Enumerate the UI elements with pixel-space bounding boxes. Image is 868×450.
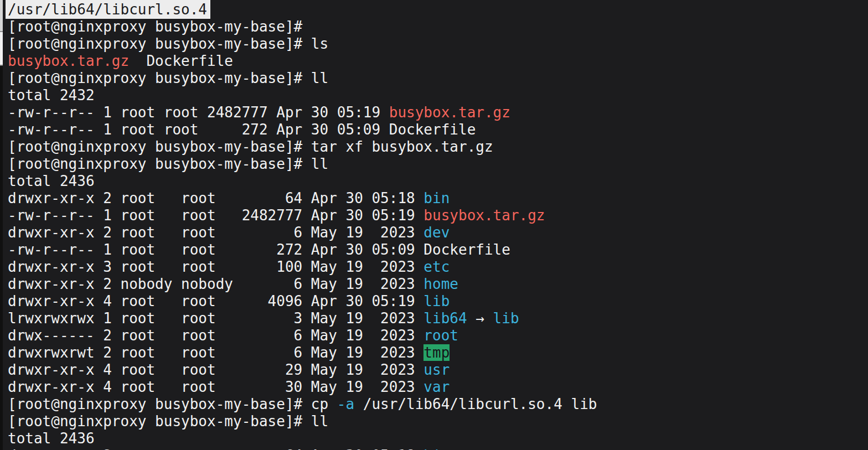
terminal-line: drwxr-xr-x 4 root root 29 May 19 2023 us…: [8, 361, 868, 379]
tmp-directory-name: tmp: [423, 344, 450, 361]
terminal-text: [root@nginxproxy busybox-my-base]# ll: [8, 70, 328, 86]
terminal-text: [root@nginxproxy busybox-my-base]# ll: [8, 156, 328, 172]
archive-filename: busybox.tar.gz: [423, 207, 545, 224]
directory-name: etc: [423, 258, 450, 275]
terminal-text: [root@nginxproxy busybox-my-base]# tar x…: [8, 138, 493, 155]
terminal-line: drwxr-xr-x 3 root root 100 May 19 2023 e…: [8, 258, 868, 276]
terminal-line: [root@nginxproxy busybox-my-base]#: [8, 18, 868, 35]
archive-filename: busybox.tar.gz: [389, 104, 510, 121]
terminal-text: -rw-r--r-- 1 root root 272 Apr 30 05:09 …: [8, 121, 476, 138]
terminal-text: total 2432: [8, 87, 95, 104]
terminal-line: drwxr-xr-x 4 root root 4096 Apr 30 05:19…: [8, 293, 868, 310]
terminal-text: drwx------ 2 root root 6 May 19 2023: [8, 327, 423, 344]
terminal-output[interactable]: /usr/lib64/libcurl.so.4[root@nginxproxy …: [3, 0, 868, 450]
terminal-line: [root@nginxproxy busybox-my-base]# ll: [8, 70, 868, 87]
directory-name: lib64: [423, 310, 467, 327]
terminal-line: [root@nginxproxy busybox-my-base]# ll: [8, 413, 868, 430]
selected-text: /usr/lib64/libcurl.so.4: [6, 0, 210, 19]
terminal-text: total 2436: [8, 430, 95, 447]
terminal-line: lrwxrwxrwx 1 root root 3 May 19 2023 lib…: [8, 310, 868, 327]
terminal-text: -rw-r--r-- 1 root root 2482777 Apr 30 05…: [8, 207, 423, 224]
terminal-text: →: [467, 310, 493, 327]
directory-name: bin: [423, 447, 450, 450]
terminal-text: drwxr-xr-x 2 root root 6 May 19 2023: [8, 224, 423, 241]
terminal-text: lrwxrwxrwx 1 root root 3 May 19 2023: [8, 310, 423, 327]
terminal-line: [root@nginxproxy busybox-my-base]# cp -a…: [8, 396, 868, 413]
sliver-segment-mid: [0, 32, 3, 65]
terminal-line: drwxr-xr-x 2 root root 6 May 19 2023 dev: [8, 224, 868, 241]
terminal-text: drwxr-xr-x 2 root root 64 Apr 30 05:18: [8, 447, 423, 450]
terminal-text: drwxr-xr-x 2 root root 64 Apr 30 05:18: [8, 190, 423, 206]
directory-name: dev: [423, 224, 450, 241]
terminal-text: drwxr-xr-x 4 root root 4096 Apr 30 05:19: [8, 293, 423, 309]
terminal-text: /usr/lib64/libcurl.so.4 lib: [354, 396, 597, 412]
terminal-text: -rw-r--r-- 1 root root 272 Apr 30 05:09 …: [8, 241, 510, 258]
terminal-text: drwxr-xr-x 2 nobody nobody 6 May 19 2023: [8, 276, 423, 292]
terminal-text: drwxrwxrwt 2 root root 6 May 19 2023: [8, 344, 423, 361]
terminal-line: drwxr-xr-x 2 root root 64 Apr 30 05:18 b…: [8, 190, 868, 207]
terminal-line: [root@nginxproxy busybox-my-base]# ls: [8, 35, 868, 53]
terminal-line: total 2432: [8, 87, 868, 104]
terminal-text: drwxr-xr-x 4 root root 29 May 19 2023: [8, 361, 423, 378]
terminal-text: [root@nginxproxy busybox-my-base]# ll: [8, 413, 328, 430]
sliver-segment-bottom: [0, 66, 3, 450]
terminal-text: drwxr-xr-x 4 root root 30 May 19 2023: [8, 379, 423, 395]
archive-filename: busybox.tar.gz: [8, 53, 129, 69]
directory-name: home: [423, 276, 458, 292]
terminal-line: -rw-r--r-- 1 root root 2482777 Apr 30 05…: [8, 104, 868, 121]
terminal-line: drwxr-xr-x 2 root root 64 Apr 30 05:18 b…: [8, 447, 868, 450]
terminal-line: -rw-r--r-- 1 root root 272 Apr 30 05:09 …: [8, 121, 868, 138]
background-window-sliver: [0, 0, 3, 450]
terminal-line: drwx------ 2 root root 6 May 19 2023 roo…: [8, 327, 868, 344]
terminal-line: drwxr-xr-x 4 root root 30 May 19 2023 va…: [8, 379, 868, 396]
terminal-text: Dockerfile: [129, 53, 233, 69]
terminal-text: [root@nginxproxy busybox-my-base]# cp: [8, 396, 337, 412]
terminal-text: drwxr-xr-x 3 root root 100 May 19 2023: [8, 258, 423, 275]
terminal-window: /usr/lib64/libcurl.so.4[root@nginxproxy …: [0, 0, 868, 450]
terminal-text: total 2436: [8, 173, 95, 189]
terminal-line: drwxrwxrwt 2 root root 6 May 19 2023 tmp: [8, 344, 868, 361]
directory-name: bin: [423, 190, 450, 206]
terminal-text: [root@nginxproxy busybox-my-base]#: [8, 18, 311, 35]
terminal-line: drwxr-xr-x 2 nobody nobody 6 May 19 2023…: [8, 276, 868, 293]
terminal-line: total 2436: [8, 173, 868, 190]
terminal-text: [root@nginxproxy busybox-my-base]# ls: [8, 35, 328, 52]
directory-name: root: [423, 327, 458, 344]
terminal-line: total 2436: [8, 430, 868, 447]
directory-name: var: [423, 379, 450, 395]
directory-name: -a: [337, 396, 354, 412]
terminal-line: [root@nginxproxy busybox-my-base]# ll: [8, 156, 868, 173]
directory-name: usr: [423, 361, 450, 378]
terminal-line: busybox.tar.gz Dockerfile: [8, 53, 868, 70]
terminal-line: /usr/lib64/libcurl.so.4: [8, 1, 868, 18]
sliver-segment-top: [0, 0, 3, 31]
terminal-line: -rw-r--r-- 1 root root 272 Apr 30 05:09 …: [8, 241, 868, 258]
directory-name: lib: [423, 293, 450, 309]
terminal-line: [root@nginxproxy busybox-my-base]# tar x…: [8, 138, 868, 156]
terminal-text: -rw-r--r-- 1 root root 2482777 Apr 30 05…: [8, 104, 389, 121]
terminal-line: -rw-r--r-- 1 root root 2482777 Apr 30 05…: [8, 207, 868, 224]
directory-name: lib: [493, 310, 519, 327]
